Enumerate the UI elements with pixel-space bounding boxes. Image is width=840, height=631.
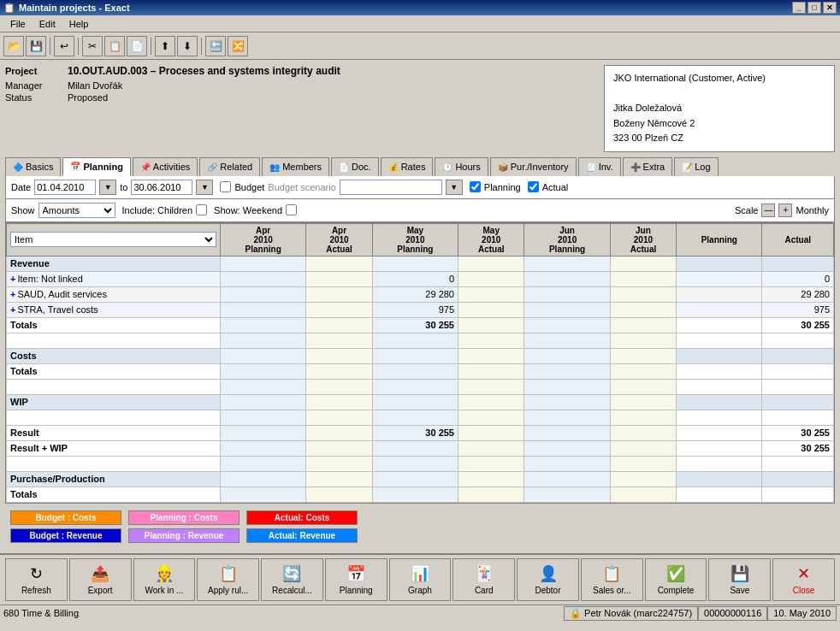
card-button[interactable]: 🃏 Card — [453, 558, 515, 601]
scale-plus-btn[interactable]: + — [778, 203, 792, 217]
close-button[interactable]: ✕ Close — [772, 558, 835, 601]
toolbar-paste[interactable]: 📄 — [127, 36, 147, 56]
project-info: Project 10.OUT.AUD.003 – Proceses and sy… — [5, 65, 595, 152]
tab-related[interactable]: 🔗Related — [199, 157, 260, 176]
planning-checkbox[interactable] — [470, 181, 481, 192]
project-label: Project — [5, 66, 61, 76]
minimize-button[interactable]: _ — [792, 2, 806, 14]
expand-icon[interactable]: + — [10, 274, 15, 284]
budget-scenario-btn[interactable]: ▼ — [446, 180, 463, 195]
close-window-button[interactable]: ✕ — [823, 2, 837, 14]
recalculate-button[interactable]: 🔄 Recalcul... — [261, 558, 323, 601]
toolbar-cut[interactable]: ✂ — [82, 36, 103, 56]
table-row: Totals 30 255 30 255 — [7, 317, 834, 333]
col-header-jun-plan: Jun2010Planning — [524, 223, 610, 256]
cell: 975 — [372, 302, 458, 317]
toolbar-up[interactable]: ⬆ — [155, 36, 175, 56]
tab-hours[interactable]: 🕐Hours — [435, 157, 488, 176]
actual-checkbox[interactable] — [528, 181, 539, 192]
status-value: Proposed — [68, 92, 108, 103]
refresh-button[interactable]: ↻ Refresh — [5, 558, 68, 601]
tab-inv[interactable]: 🧾Inv. — [578, 157, 621, 176]
close-label: Close — [793, 586, 815, 595]
date-from-btn[interactable]: ▼ — [99, 180, 116, 195]
item-column-select[interactable]: Item — [10, 232, 216, 247]
apply-rules-button[interactable]: 📋 Apply rul... — [197, 558, 259, 601]
cell — [372, 256, 458, 271]
tab-basics[interactable]: 🔷Basics — [5, 157, 61, 176]
debtor-button[interactable]: 👤 Debtor — [517, 558, 579, 601]
export-button[interactable]: 📤 Export — [69, 558, 132, 601]
complete-button[interactable]: ✅ Complete — [645, 558, 707, 601]
apply-label: Apply rul... — [208, 586, 248, 595]
menu-edit[interactable]: Edit — [33, 17, 62, 31]
toolbar-down[interactable]: ⬇ — [177, 36, 198, 56]
toolbar-back[interactable]: 🔙 — [205, 36, 226, 56]
table-row: Purchase/Production — [7, 471, 834, 487]
toolbar-undo[interactable]: ↩ — [54, 36, 74, 56]
date-to-btn[interactable]: ▼ — [196, 180, 213, 195]
show-select[interactable]: Amounts — [38, 203, 115, 218]
tab-planning[interactable]: 📅Planning — [62, 157, 130, 176]
sales-order-button[interactable]: 📋 Sales or... — [581, 558, 643, 601]
cell — [677, 286, 762, 302]
tab-pur-inventory[interactable]: 📦Pur./Inventory — [490, 157, 577, 176]
date-from-nav: ▼ — [99, 180, 116, 195]
cell — [458, 256, 524, 271]
item-stra: +STRA, Travel costs — [7, 302, 221, 317]
tab-activities[interactable]: 📌Activities — [133, 157, 198, 176]
include-children-checkbox[interactable] — [196, 204, 207, 215]
toolbar-save[interactable]: 💾 — [26, 36, 46, 56]
status-date: 10. May 2010 — [767, 606, 837, 621]
item-not-linked: +Item: Not linked — [7, 271, 221, 286]
show-weekend-checkbox[interactable] — [286, 204, 297, 215]
related-icon: 🔗 — [207, 162, 217, 172]
cell — [677, 317, 762, 333]
close-icon: ✕ — [797, 564, 810, 583]
status-app: 680 Time & Billing — [3, 608, 79, 618]
doc-icon: 📄 — [339, 162, 349, 172]
toolbar-copy[interactable]: 📋 — [104, 36, 125, 56]
card-label: Card — [475, 586, 494, 595]
bottom-toolbar: ↻ Refresh 📤 Export 👷 Work in ... 📋 Apply… — [0, 553, 840, 604]
tab-rates[interactable]: 💰Rates — [381, 157, 434, 176]
expand-icon[interactable]: + — [10, 289, 15, 299]
table-row: Totals — [7, 487, 834, 502]
planning-icon: 📅 — [70, 162, 80, 171]
expand-icon[interactable]: + — [10, 304, 15, 315]
table-row: Costs — [7, 348, 834, 363]
toolbar-sep-3 — [151, 38, 151, 55]
revenue-header: Revenue — [7, 256, 221, 271]
save-button[interactable]: 💾 Save — [708, 558, 771, 601]
cell — [610, 286, 676, 302]
work-in-button[interactable]: 👷 Work in ... — [133, 558, 196, 601]
filter-bar-1: Date ▼ to ▼ Budget Budget scenario ▼ Pla… — [5, 176, 835, 199]
table-row: Result + WIP 30 255 — [7, 440, 834, 456]
tab-log[interactable]: 📝Log — [674, 157, 718, 176]
menu-help[interactable]: Help — [62, 17, 96, 31]
toolbar-open[interactable]: 📂 — [3, 36, 24, 56]
tab-extra[interactable]: ➕Extra — [623, 157, 673, 176]
scale-minus-btn[interactable]: — — [761, 203, 775, 217]
graph-button[interactable]: 📊 Graph — [389, 558, 452, 601]
date-to-input[interactable] — [131, 180, 192, 195]
manager-value: Milan Dvořák — [68, 80, 122, 91]
tab-members[interactable]: 👥Members — [262, 157, 329, 176]
tab-doc[interactable]: 📄Doc. — [331, 157, 379, 176]
purchase-totals: Totals — [7, 487, 221, 502]
complete-icon: ✅ — [666, 564, 685, 583]
company-line5: 323 00 Plzeň CZ — [613, 131, 825, 146]
menu-file[interactable]: File — [3, 17, 33, 31]
maximize-button[interactable]: □ — [807, 2, 821, 14]
work-icon: 👷 — [155, 564, 174, 583]
col-header-apr-actual: Apr2010Actual — [306, 223, 372, 256]
toolbar-forward[interactable]: 🔀 — [228, 36, 248, 56]
planning-button[interactable]: 📅 Planning — [325, 558, 387, 601]
budget-scenario-input[interactable] — [340, 180, 442, 195]
legend-actual-revenue: Actual: Revenue — [246, 528, 358, 543]
cell — [610, 256, 676, 271]
budget-checkbox[interactable] — [220, 181, 231, 192]
export-label: Export — [88, 586, 113, 595]
date-group: Date ▼ to ▼ — [11, 180, 213, 195]
date-from-input[interactable] — [34, 180, 96, 195]
